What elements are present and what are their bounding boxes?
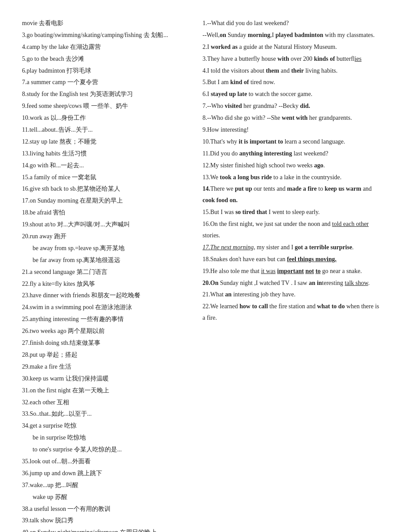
sentence-part: tired now. bbox=[249, 79, 275, 85]
list-item: 4.camp by the lake 在湖边露营 bbox=[22, 41, 189, 53]
sentence-part: 1.--What did you do last weekend? bbox=[202, 20, 289, 26]
list-item: 34.get a surprise 吃惊 bbox=[22, 420, 189, 432]
sentence-part: On bbox=[210, 280, 219, 286]
sentence-part: --Well, bbox=[202, 32, 220, 38]
sentence-part: I went to sleep early. bbox=[267, 209, 320, 215]
sentence-part: important bbox=[277, 268, 304, 274]
sentence-line: 19.He also tole me that it was important… bbox=[202, 266, 383, 277]
sentence-part: 15.But I was bbox=[202, 209, 236, 215]
sentence-part: 5.But I am bbox=[202, 79, 230, 85]
sentence-part: 9.How interesting! bbox=[202, 126, 249, 133]
sentence-part: 7.--Who bbox=[202, 103, 225, 109]
sentence-line: 4.I told the visitors about them and the… bbox=[202, 65, 383, 77]
sentence-part: 6.I bbox=[202, 91, 211, 97]
sentence-line: 20.On Sunday night ,I watched TV . I saw… bbox=[202, 277, 383, 289]
sentence-part: . bbox=[352, 244, 354, 251]
sentence-part: 18.Snakes don't have ears but can bbox=[202, 256, 287, 262]
sentence-part: anything interesting bbox=[239, 150, 292, 157]
sentence-part: keep us warm bbox=[324, 185, 361, 192]
sentence-part: go near a snake. bbox=[320, 268, 362, 274]
sentence-line: 17.The next morning, my sister and I got… bbox=[202, 242, 383, 253]
list-item: 13.living habits 生活习惯 bbox=[22, 148, 189, 159]
list-item: 35.look out of...朝...外面看 bbox=[22, 456, 189, 467]
sentence-part: with bbox=[277, 55, 289, 62]
sentence-part: worked as bbox=[211, 44, 238, 50]
sentence-part: not bbox=[306, 268, 314, 274]
sentence-part: the fire station and bbox=[268, 303, 317, 310]
sentence-part: got a terrible surprise bbox=[295, 244, 352, 251]
sentence-part: 3.They have a butterfly house bbox=[202, 55, 277, 62]
sentence-part: to a lake in the countryside. bbox=[272, 174, 342, 181]
list-item: be far away from sp.离某地很遥远 bbox=[22, 255, 189, 266]
sentence-part: them bbox=[266, 67, 279, 74]
list-item: be away from sp.=leave sp.离开某地 bbox=[22, 243, 189, 254]
sentence-part: 16.On the first night, we just sat under… bbox=[202, 221, 332, 227]
sentence-part: an bbox=[225, 291, 232, 298]
sentence-line: 3.They have a butterfly house with over … bbox=[202, 53, 383, 65]
list-item: 33.So..that..如此...以至于... bbox=[22, 408, 189, 420]
list-item: 27.finish doing sth.结束做某事 bbox=[22, 337, 189, 349]
list-item: 24.swim in a swimming pool 在游泳池游泳 bbox=[22, 302, 189, 313]
sentence-part: stayed up late bbox=[211, 91, 247, 97]
sentence-part: so tired that bbox=[236, 209, 267, 215]
sentence-part: it was bbox=[261, 268, 276, 274]
sentence-part: 4.I told the visitors about bbox=[202, 67, 266, 74]
list-item: 3.go boating/swimming/skating/camping/fi… bbox=[22, 30, 189, 41]
sentence-part: 11.Did you do bbox=[202, 150, 239, 157]
sentence-line: 8.--Who did she go with? --She went with… bbox=[202, 112, 383, 124]
sentence-part: kinds of bbox=[314, 55, 335, 62]
list-item: 16.give sth back to sb.把某物还给某人 bbox=[22, 183, 189, 195]
list-item: 26.two weeks ago 两个星期以前 bbox=[22, 325, 189, 337]
list-item: movie 去看电影 bbox=[22, 18, 189, 29]
list-item: 19.shout at/to 对...大声叫嚷/对...大声喊叫 bbox=[22, 219, 189, 230]
list-item: 25.anything interesting 一些有趣的事情 bbox=[22, 314, 189, 325]
sentence-line: 15.But I was so tired that I went to sle… bbox=[202, 207, 383, 218]
sentence-line: 22.We learned how to call the fire stati… bbox=[202, 301, 383, 324]
list-item: 31.on the first night 在第一天晚上 bbox=[22, 385, 189, 396]
sentence-part: There we bbox=[210, 185, 235, 192]
sentence-part: took a long bus ride bbox=[220, 174, 272, 181]
sentence-part: played badminton bbox=[276, 32, 324, 38]
sentence-part: it is important to bbox=[239, 138, 283, 145]
list-item: 9.feed some sheep/cows 喂 一些羊、奶牛 bbox=[22, 100, 189, 112]
sentence-line: 18.Snakes don't have ears but can feel t… bbox=[202, 254, 383, 265]
sentence-part: 21.What bbox=[202, 291, 225, 298]
list-item: 29.make a fire 生活 bbox=[22, 361, 189, 373]
sentence-part: put up bbox=[235, 185, 252, 192]
list-item: 20.run away 跑开 bbox=[22, 231, 189, 242]
sentence-part: . bbox=[324, 162, 325, 169]
sentence-part: and bbox=[279, 67, 291, 74]
sentence-part: our tents and bbox=[252, 185, 287, 192]
sentence-part: what to do bbox=[317, 303, 345, 310]
list-item: 39.talk show 脱口秀 bbox=[22, 515, 189, 526]
list-item: 8.study for the English test 为英语测试学习 bbox=[22, 89, 189, 100]
sentence-part: talk show bbox=[345, 280, 368, 286]
sentence-part: butterfl bbox=[335, 55, 355, 62]
sentence-part: cook food on. bbox=[202, 197, 238, 203]
page-container: movie 去看电影3.go boating/swimming/skating/… bbox=[22, 18, 383, 532]
sentence-line: 13.We took a long bus ride to a lake in … bbox=[202, 172, 383, 183]
sentence-part: did. bbox=[300, 103, 310, 109]
sentence-part: stories. bbox=[202, 232, 220, 239]
sentence-line: 1.--What did you do last weekend? bbox=[202, 18, 383, 29]
sentence-line: 2.I worked as a guide at the Natural His… bbox=[202, 41, 383, 53]
list-item: 15.a family of mice 一窝老鼠 bbox=[22, 172, 189, 183]
sentence-part: a guide at the Natural History Museum. bbox=[238, 44, 337, 50]
sentence-part: interesting job they have. bbox=[232, 291, 295, 298]
sentence-part: over 200 bbox=[289, 55, 314, 62]
list-item: 30.keep us warm 让我们保持温暖 bbox=[22, 373, 189, 384]
sentence-line: 11.Did you do anything interesting last … bbox=[202, 148, 383, 159]
sentence-part: visited bbox=[225, 103, 242, 109]
sentence-part: 2.I bbox=[202, 44, 211, 50]
sentence-part: their bbox=[291, 67, 304, 74]
sentence-part: ies bbox=[355, 55, 362, 62]
sentence-part: 14. bbox=[202, 185, 210, 192]
sentence-line: 10.That's why it is important to learn a… bbox=[202, 136, 383, 148]
sentence-line: 21.What an interesting job they have. bbox=[202, 289, 383, 300]
sentence-line: 14.There we put up our tents and made a … bbox=[202, 183, 383, 206]
list-item: wake up 苏醒 bbox=[22, 491, 189, 503]
sentence-part: 8.--Who did she go with? --She bbox=[202, 115, 282, 121]
sentence-line: 5.But I am kind of tired now. bbox=[202, 77, 383, 88]
sentence-line: 9.How interesting! bbox=[202, 124, 383, 136]
sentence-part: and bbox=[361, 185, 372, 192]
